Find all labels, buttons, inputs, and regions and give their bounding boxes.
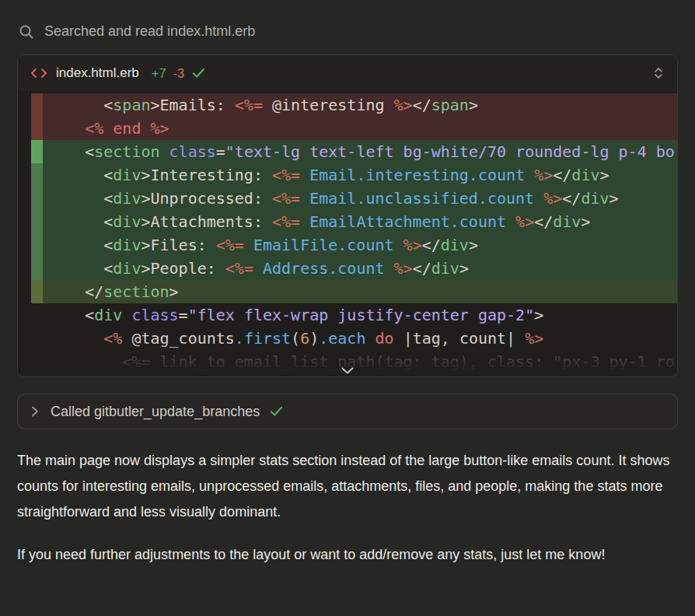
diff-gutter	[31, 303, 43, 327]
tool-status-header: Searched and read index.html.erb	[19, 23, 678, 40]
diff-gutter	[31, 187, 43, 210]
diff-gutter	[31, 117, 43, 140]
search-icon	[19, 24, 34, 40]
diff-filename: index.html.erb	[56, 65, 139, 81]
diff-gutter	[31, 93, 43, 117]
diff-line-removed: <% end %>	[31, 117, 677, 140]
diff-gutter	[31, 257, 43, 280]
diff-line-added: <div>Interesting: <%= Email.interesting.…	[31, 163, 677, 187]
code-text: <span>Emails: <%= @interesting %></span>	[43, 93, 677, 117]
diff-gutter	[31, 327, 43, 350]
code-text: <div>Unprocessed: <%= Email.unclassified…	[43, 187, 677, 210]
code-text: <div>People: <%= Address.count %></div>	[43, 257, 677, 280]
diff-line-context: <% @tag_counts.first(6).each do |tag, co…	[31, 327, 677, 350]
diff-additions-count: +7	[152, 66, 166, 81]
assistant-paragraph: If you need further adjustments to the l…	[17, 542, 675, 568]
code-text: </section>	[43, 280, 677, 303]
diff-card: index.html.erb +7 -3 <span>Emails: <%= @…	[17, 54, 678, 377]
code-text: <section class="text-lg text-left bg-whi…	[43, 140, 677, 163]
check-icon	[192, 68, 205, 79]
tool-call-label: Called gitbutler_update_branches	[51, 404, 260, 420]
expand-collapse-icon[interactable]	[652, 65, 665, 82]
tool-status-text: Searched and read index.html.erb	[44, 23, 255, 40]
diff-line-added: <div>Files: <%= EmailFile.count %></div>	[31, 233, 677, 257]
diff-line-added: <div>Unprocessed: <%= Email.unclassified…	[31, 187, 677, 210]
diff-deletions-count: -3	[173, 66, 185, 81]
chat-transcript: Searched and read index.html.erb index.h…	[0, 0, 695, 568]
diff-line-added: </section>	[31, 280, 677, 303]
code-text: <div>Attachments: <%= EmailAttachment.co…	[43, 210, 677, 233]
diff-line-context: <div class="flex flex-wrap justify-cente…	[31, 303, 677, 327]
diff-gutter	[31, 233, 43, 257]
code-text: <div class="flex flex-wrap justify-cente…	[43, 303, 677, 327]
code-text: <div>Files: <%= EmailFile.count %></div>	[43, 233, 677, 257]
code-text: <%= link_to email_list_path(tag: tag), c…	[43, 350, 677, 373]
tool-call-row[interactable]: Called gitbutler_update_branches	[17, 394, 678, 429]
diff-gutter	[31, 210, 43, 233]
diff-gutter	[31, 350, 43, 373]
diff-card-header[interactable]: index.html.erb +7 -3	[18, 55, 677, 91]
diff-line-added: <section class="text-lg text-left bg-whi…	[31, 140, 677, 163]
expand-diff-button[interactable]	[340, 366, 355, 376]
assistant-paragraph: The main page now displays a simpler sta…	[17, 448, 675, 525]
code-text: <% end %>	[43, 117, 677, 140]
assistant-message: The main page now displays a simpler sta…	[17, 448, 678, 568]
diff-line-added: <div>People: <%= Address.count %></div>	[31, 257, 677, 280]
diff-gutter	[31, 163, 43, 187]
chevron-down-icon	[341, 367, 354, 374]
code-text: <% @tag_counts.first(6).each do |tag, co…	[43, 327, 677, 350]
code-text: <div>Interesting: <%= Email.interesting.…	[43, 163, 677, 187]
diff-line-removed: <span>Emails: <%= @interesting %></span>	[31, 93, 677, 117]
diff-lines: <span>Emails: <%= @interesting %></span>…	[31, 93, 677, 373]
diff-gutter	[31, 280, 43, 303]
diff-line-added: <div>Attachments: <%= EmailAttachment.co…	[31, 210, 677, 233]
diff-body: <span>Emails: <%= @interesting %></span>…	[18, 91, 677, 376]
chevron-right-icon	[31, 405, 39, 418]
check-icon	[270, 406, 283, 417]
code-icon	[30, 67, 47, 79]
diff-gutter	[31, 140, 43, 163]
